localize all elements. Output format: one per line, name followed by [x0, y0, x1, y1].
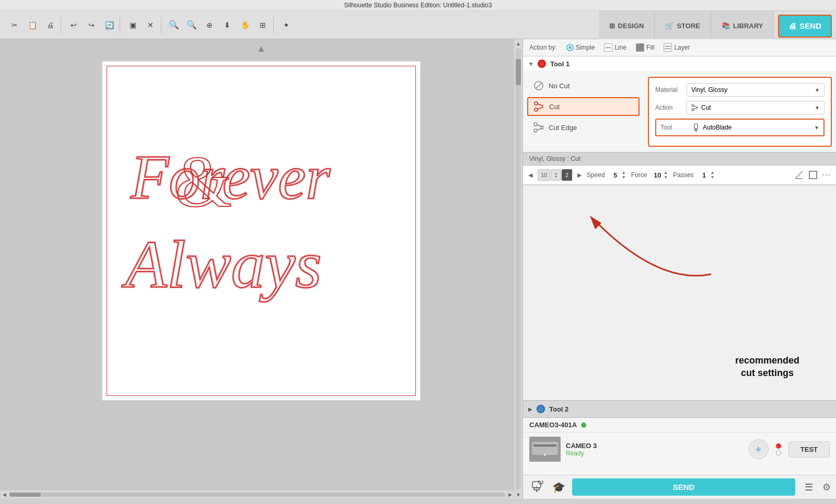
scroll-up: ▲ [0, 39, 522, 58]
passes-label: Passes [673, 171, 693, 179]
scroll-track [516, 49, 521, 489]
tool1-section: ▼ Tool 1 No Cut [523, 56, 836, 185]
svg-point-7 [535, 102, 538, 105]
svg-point-17 [692, 109, 694, 111]
nav-left-btn[interactable]: ◀ [528, 172, 532, 179]
action-dropdown[interactable]: Cut ▼ [687, 101, 825, 114]
action-by-label: Action by: [529, 44, 557, 51]
main-area: ▲ Forever & Always Forever [0, 39, 836, 499]
send-nav-icon: 🖨 [788, 21, 796, 30]
material-value: Vinyl, Glossy [691, 86, 727, 93]
cut-option[interactable]: Cut [527, 97, 640, 116]
zoom-fit-btn[interactable]: ⊕ [201, 17, 218, 33]
hand-btn[interactable]: ✋ [237, 17, 253, 33]
canvas-wrapper: Forever & Always Forever Always [84, 58, 439, 450]
cut-edge-icon [533, 122, 544, 133]
layer-radio[interactable]: Layer [664, 43, 690, 52]
list-icon-btn[interactable]: ☰ [800, 479, 817, 496]
right-panel: Action by: Simple Line Fill Laye [522, 39, 836, 499]
media-icon-btn[interactable]: 1 [528, 479, 545, 496]
undo-btn[interactable]: ↩ [65, 17, 82, 33]
annotation-area: recommended cut settings [523, 185, 836, 400]
store-icon: 🛒 [665, 22, 674, 30]
canvas-page: Forever & Always Forever Always [102, 61, 421, 401]
send-nav-btn[interactable]: 🖨 SEND [778, 15, 832, 38]
h-scroll-bar[interactable]: ◀ ▶ [0, 490, 514, 499]
scroll-up-btn[interactable]: ▲ [514, 39, 522, 48]
svg-line-18 [694, 106, 698, 108]
canvas-scrollbar[interactable]: ▲ ▼ [514, 39, 522, 499]
pan-down-btn[interactable]: ⬇ [219, 17, 236, 33]
cut-edge-option[interactable]: Cut Edge [527, 119, 640, 136]
material-dropdown[interactable]: Vinyl, Glossy ▼ [687, 83, 825, 97]
move-btn[interactable]: ✛ [749, 439, 769, 459]
more-options-btn[interactable]: ··· [822, 170, 831, 180]
tool-dropdown-arrow: ▼ [814, 125, 819, 131]
passes-arrows: ▲ ▼ [711, 171, 715, 180]
scroll-thumb[interactable] [516, 59, 521, 85]
canvas-area[interactable]: ▲ Forever & Always Forever [0, 39, 522, 499]
store-nav-btn[interactable]: 🛒 STORE [655, 11, 711, 41]
blade-tab-2[interactable]: 2 [562, 169, 572, 181]
force-value: 10 [652, 171, 663, 179]
fill-icon [636, 43, 644, 52]
no-cut-label: No Cut [549, 82, 570, 90]
tool2-section[interactable]: ▶ Tool 2 [523, 400, 836, 417]
refresh-btn[interactable]: 🔄 [101, 17, 118, 33]
svg-rect-20 [694, 124, 698, 129]
speed-label: Speed [587, 171, 605, 179]
grid-btn[interactable]: ⊞ [254, 17, 271, 33]
design-nav-btn[interactable]: ⊞ DESIGN [599, 11, 655, 41]
passes-up-btn[interactable]: ▲ [711, 171, 715, 175]
cut-tool-btn[interactable]: ✂ [6, 17, 23, 33]
force-down-btn[interactable]: ▼ [664, 175, 668, 180]
material-dropdown-arrow: ▼ [815, 87, 820, 93]
tool1-collapse-arrow[interactable]: ▼ [528, 61, 533, 67]
passes-control: 1 ▲ ▼ [699, 171, 715, 180]
deselect-btn[interactable]: ✕ [142, 17, 159, 33]
send-main-btn[interactable]: SEND [572, 478, 795, 496]
speed-up-btn[interactable]: ▲ [622, 171, 626, 175]
speed-down-btn[interactable]: ▼ [622, 175, 626, 180]
new-btn[interactable]: 📋 [24, 17, 41, 33]
machine-row: CAMEO3-401A [523, 418, 836, 432]
square-icon [809, 171, 817, 179]
force-arrows: ▲ ▼ [664, 171, 668, 180]
blade-tab-10[interactable]: 10 [538, 169, 550, 181]
redo-btn[interactable]: ↪ [83, 17, 100, 33]
blade-tab-1[interactable]: 1 [551, 169, 561, 181]
library-nav-btn[interactable]: 📚 LIBRARY [711, 11, 774, 41]
svg-rect-28 [533, 444, 556, 447]
force-control: 10 ▲ ▼ [652, 171, 668, 180]
tool2-blue-circle [537, 405, 545, 413]
no-cut-option[interactable]: No Cut [527, 77, 640, 95]
tool2-expand-arrow[interactable]: ▶ [528, 406, 532, 412]
scroll-down-btn[interactable]: ▼ [514, 490, 522, 499]
svg-line-9 [538, 104, 543, 106]
zoom-out-btn[interactable]: 🔍 [183, 17, 200, 33]
zoom-in-btn[interactable]: 🔍 [166, 17, 182, 33]
passes-down-btn[interactable]: ▼ [711, 175, 715, 180]
h-scroll-right-btn[interactable]: ▶ [506, 490, 514, 499]
nav-right-btn[interactable]: ▶ [577, 172, 582, 179]
print-btn[interactable]: 🖨 [42, 17, 59, 33]
tool-dropdown[interactable]: AutoBlade ▼ [689, 121, 822, 134]
cut-edge-label: Cut Edge [549, 124, 577, 132]
force-up-btn[interactable]: ▲ [664, 171, 668, 175]
learn-icon-btn[interactable]: 🎓 [550, 479, 567, 496]
tool-row: Tool AutoBlade ▼ [655, 119, 825, 136]
h-scroll-thumb[interactable] [9, 493, 41, 497]
extra-btn[interactable]: ✦ [278, 17, 295, 33]
layer-icon [664, 43, 672, 52]
line-radio[interactable]: Line [604, 43, 626, 52]
test-btn[interactable]: TEST [788, 441, 830, 458]
svg-line-6 [536, 83, 542, 89]
cut-label: Cut [549, 103, 560, 111]
fill-radio[interactable]: Fill [636, 43, 654, 52]
simple-radio[interactable]: Simple [566, 44, 595, 51]
machine-image: F [529, 437, 561, 462]
select-btn[interactable]: ▣ [124, 17, 141, 33]
gear-icon-btn[interactable]: ⚙ [822, 482, 831, 493]
up-arrow-icon[interactable]: ▲ [257, 43, 266, 54]
h-scroll-left-btn[interactable]: ◀ [0, 490, 8, 499]
